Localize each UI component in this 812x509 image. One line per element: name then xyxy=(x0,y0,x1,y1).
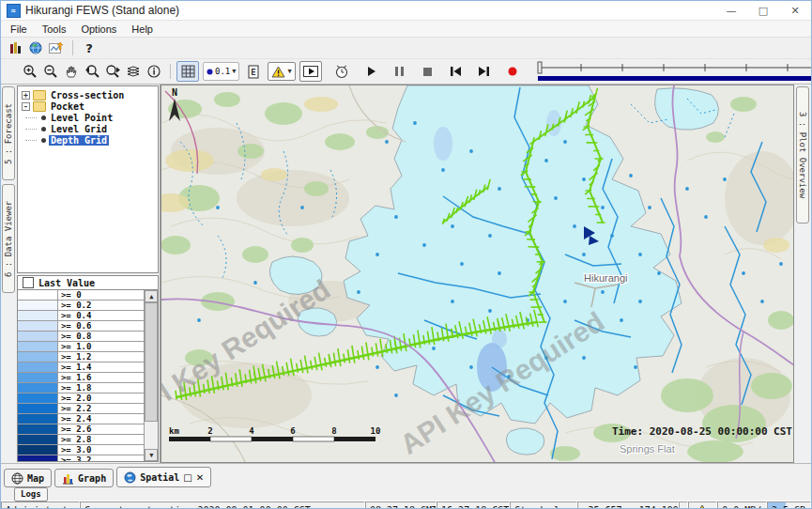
node-bullet-icon xyxy=(41,116,46,120)
step-back-button[interactable] xyxy=(446,62,467,81)
map-viewport[interactable]: API Key Required API Key Required N km 2… xyxy=(161,85,794,463)
stop-icon xyxy=(423,68,432,76)
scroll-thumb[interactable] xyxy=(145,302,158,422)
legend-scrollbar[interactable]: ▲ ▼ xyxy=(144,290,158,461)
movie-play-icon xyxy=(303,66,318,77)
tree-node-level-grid[interactable]: Level Grid xyxy=(22,123,158,134)
bar-chart-icon xyxy=(62,472,74,485)
tab-spatial[interactable]: Spatial □ ✕ xyxy=(116,467,211,487)
svg-text:N: N xyxy=(172,87,177,98)
tree-node-level-point[interactable]: Level Point xyxy=(22,112,158,123)
legend-class-row: >= 1.0 xyxy=(18,342,144,352)
close-button[interactable]: ✕ xyxy=(779,1,811,20)
tab-data-viewer[interactable]: 6 : Data Viewer xyxy=(2,184,15,293)
last-value-checkbox[interactable] xyxy=(23,277,34,288)
info-button[interactable] xyxy=(144,62,164,81)
maximize-button[interactable]: □ xyxy=(747,1,779,20)
time-slider[interactable]: 2020-08-25 00:00:00 CST xyxy=(536,60,812,83)
zoom-previous-button[interactable] xyxy=(82,62,102,81)
zoom-out-button[interactable] xyxy=(40,62,61,81)
close-tab-icon[interactable]: ✕ xyxy=(196,472,204,483)
map-display-button[interactable] xyxy=(25,39,46,57)
status-user: Administrator xyxy=(1,501,80,509)
legend-color-swatch xyxy=(18,393,58,403)
menu-item-options[interactable]: Options xyxy=(73,23,124,35)
zoom-previous-icon xyxy=(84,64,100,79)
stop-button[interactable] xyxy=(418,62,438,81)
time-control-button[interactable] xyxy=(331,62,352,81)
minimize-button[interactable]: — xyxy=(715,1,747,20)
map-time-label: Time: 2020-08-25 00:00:00 CST xyxy=(612,425,792,438)
status-gmt-time: 08:27:18 GMT xyxy=(365,501,437,509)
legend-class-row: >= 3.2 xyxy=(18,455,144,461)
warnings-dropdown[interactable]: ▼ xyxy=(268,62,295,81)
status-mode: Stand alone xyxy=(510,501,577,509)
legend-class-label: >= 3.0 xyxy=(58,445,144,455)
labels-button[interactable]: E xyxy=(243,62,264,81)
zoom-next-button[interactable] xyxy=(102,62,123,81)
database-viewer-button[interactable] xyxy=(5,39,25,57)
node-bullet-icon xyxy=(41,138,46,143)
tree-node-label: Level Point xyxy=(49,113,115,123)
legend-color-swatch xyxy=(18,424,58,434)
animation-dialog-button[interactable] xyxy=(299,61,322,82)
legend-class-label: >= 1.8 xyxy=(58,383,144,393)
last-value-label: Last Value xyxy=(38,278,95,288)
layers-icon xyxy=(126,64,141,79)
legend-class-label: >= 0 xyxy=(58,290,144,300)
contour-interval-dropdown[interactable]: 0.1 ▼ xyxy=(203,62,239,81)
legend-class-label: >= 2.0 xyxy=(58,393,144,403)
dot-icon xyxy=(207,69,213,75)
tree-node-label: Cross-section xyxy=(49,90,126,100)
pause-button[interactable] xyxy=(390,62,410,81)
legend-class-label: >= 1.4 xyxy=(58,362,144,372)
menu-item-file[interactable]: File xyxy=(3,23,35,35)
menu-item-tools[interactable]: Tools xyxy=(35,23,74,35)
tab-forecast[interactable]: 5 : Forecast xyxy=(2,86,15,180)
menu-item-help[interactable]: Help xyxy=(124,23,161,35)
label-tag-icon: E xyxy=(248,65,260,79)
tab-plot-overview[interactable]: 3 : Plot Overview xyxy=(796,86,809,224)
tree-node-cross-section[interactable]: +Cross-section xyxy=(22,89,158,100)
place-label-hikurangi: Hikurangi xyxy=(584,272,627,284)
layers-button[interactable] xyxy=(123,62,144,81)
globe-icon xyxy=(29,41,42,54)
place-label-springs-flat: Springs Flat xyxy=(620,443,675,455)
left-tab-strip: 5 : Forecast 6 : Data Viewer xyxy=(1,85,16,463)
pan-button[interactable] xyxy=(61,62,82,81)
status-warning[interactable] xyxy=(688,501,717,509)
help-button[interactable]: ? xyxy=(79,39,100,57)
node-bullet-icon xyxy=(41,127,46,131)
timeseries-dialog-button[interactable] xyxy=(46,39,67,57)
logs-row: Logs xyxy=(1,487,811,501)
legend-class-label: >= 1.2 xyxy=(58,352,144,362)
folder-icon xyxy=(33,90,46,100)
status-local-time: 16:27:18 CST xyxy=(437,501,510,509)
tab-graph[interactable]: Graph xyxy=(54,469,114,487)
undock-tab-icon[interactable]: □ xyxy=(183,472,192,483)
step-forward-button[interactable] xyxy=(474,62,495,81)
legend-class-label: >= 2.8 xyxy=(58,435,144,444)
record-icon xyxy=(508,67,517,76)
collapse-icon[interactable]: - xyxy=(22,102,30,111)
tree-node-depth-grid[interactable]: Depth Grid xyxy=(22,134,158,146)
record-button[interactable] xyxy=(502,62,523,81)
scroll-down-icon[interactable]: ▼ xyxy=(145,449,158,461)
grid-icon xyxy=(181,65,195,78)
legend-class-row: >= 1.2 xyxy=(18,352,144,362)
expand-icon[interactable]: + xyxy=(22,91,30,100)
tree-node-pocket[interactable]: -Pocket xyxy=(22,100,158,112)
filter-tree: +Cross-section-PocketLevel PointLevel Gr… xyxy=(17,85,159,273)
toolbar-separator xyxy=(72,40,73,55)
info-icon xyxy=(146,64,161,79)
legend-class-row: >= 2.2 xyxy=(18,404,144,414)
play-button[interactable] xyxy=(361,62,382,81)
legend-color-swatch xyxy=(18,435,58,444)
tree-node-label: Level Grid xyxy=(49,124,109,134)
grid-display-button[interactable] xyxy=(176,61,199,82)
status-bar: Administrator Current system time:2020-0… xyxy=(1,501,811,509)
scroll-up-icon[interactable]: ▲ xyxy=(145,290,158,302)
tab-map[interactable]: Map xyxy=(4,469,52,487)
logs-button[interactable]: Logs xyxy=(14,487,48,501)
zoom-in-button[interactable] xyxy=(20,62,40,81)
